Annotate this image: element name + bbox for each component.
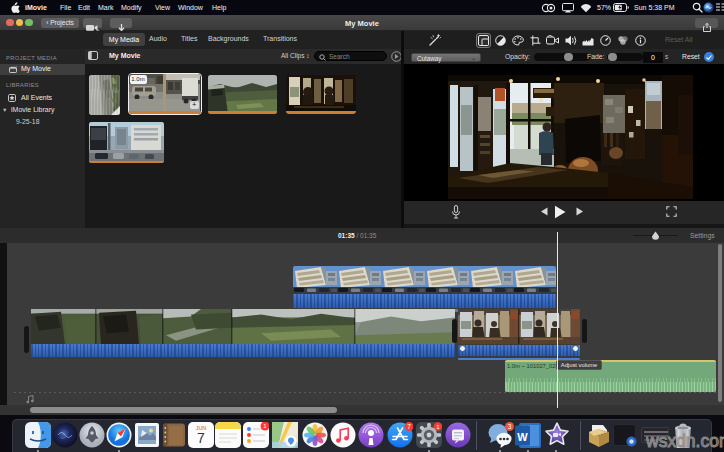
svg-text:3: 3: [508, 423, 512, 430]
svg-text:W: W: [517, 430, 528, 442]
svg-text:7: 7: [197, 430, 205, 446]
svg-text:7: 7: [407, 423, 411, 430]
